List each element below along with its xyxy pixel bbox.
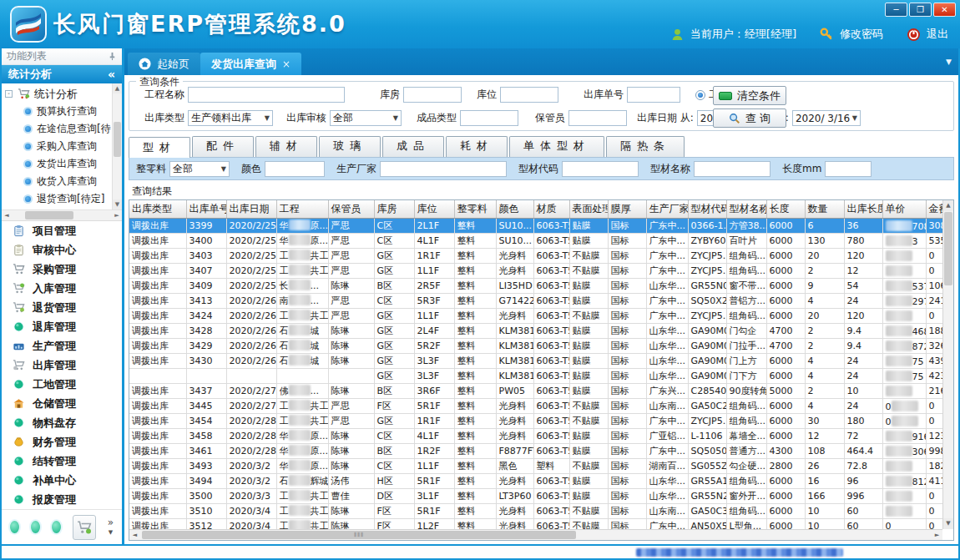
tree-horizontal-scrollbar[interactable]: ◄ ► — [2, 210, 122, 221]
sidebar-menu-item[interactable]: 退货管理 — [2, 298, 122, 317]
table-row[interactable]: 调拨出库34132020/2/26南...严思C区5R3F整料G71422606… — [129, 294, 942, 309]
column-header[interactable]: 表面处理 — [569, 200, 608, 219]
material-tab[interactable]: 单体型材 — [509, 136, 604, 157]
scroll-left-icon[interactable]: ◄ — [129, 530, 140, 540]
tab-list-caret-icon[interactable]: ▼ — [946, 58, 952, 66]
profile-code-input[interactable] — [562, 161, 639, 177]
manufacturer-input[interactable] — [380, 161, 507, 177]
clear-conditions-button[interactable]: 清空条件 — [713, 86, 786, 105]
minimize-button[interactable]: ─ — [885, 3, 907, 17]
logout-link[interactable]: 退出 — [927, 27, 948, 42]
table-row[interactable]: 调拨出库34292020/2/26石城陈琳G区5R2F整料KLM38176063… — [129, 339, 942, 354]
table-vscrollbar-thumb[interactable] — [944, 212, 952, 285]
column-header[interactable]: 颜色 — [496, 200, 533, 219]
table-row[interactable]: 调拨出库34582020/2/28华原...陈琳C区4L1F整料光身料6063-… — [129, 429, 942, 444]
tree-scrollbar-thumb[interactable] — [114, 122, 121, 157]
column-header[interactable]: 金额 — [926, 200, 942, 219]
module-dot-icon[interactable] — [10, 521, 19, 533]
column-header[interactable]: 数量 — [805, 200, 844, 219]
tree-item[interactable]: 发货出库查询 — [2, 155, 112, 173]
scroll-down-icon[interactable]: ▼ — [943, 518, 953, 529]
sidebar-menu-item[interactable]: 采购管理 — [2, 260, 122, 279]
scroll-right-icon[interactable]: ► — [932, 530, 942, 540]
column-header[interactable]: 生产厂家 — [646, 200, 688, 219]
table-row[interactable]: G区3L3F整料KLM38176063-T5贴膜国标山东华...GA90M09.… — [129, 369, 942, 384]
table-row[interactable]: 调拨出库35122020/3/4工共工程陈琳F区1L2F整料光身料6063-T5… — [129, 519, 942, 530]
sidebar-menu-item[interactable]: 补单中心 — [2, 471, 122, 490]
whole-part-dropdown[interactable]: 全部 ▼ — [169, 161, 230, 177]
search-button[interactable]: 查 询 — [713, 108, 786, 128]
table-hscrollbar-thumb[interactable]: ⦀⦀⦀ — [142, 531, 576, 539]
table-row[interactable]: 调拨出库34612020/2/28华原...陈琳B区1R2F整料F8877FT6… — [129, 444, 942, 459]
tree-vertical-scrollbar[interactable]: ▲ ▼ — [112, 83, 122, 209]
location-input[interactable] — [500, 87, 558, 103]
sidebar-menu-item[interactable]: 生产管理 — [2, 336, 122, 356]
material-tab[interactable]: 辅材 — [255, 136, 317, 157]
sidebar-menu-item[interactable]: 审核中心 — [2, 240, 122, 260]
tree-hscrollbar-thumb[interactable] — [25, 211, 73, 219]
column-header[interactable]: 出库长度 — [844, 200, 882, 219]
column-header[interactable]: 出库日期 — [226, 200, 276, 219]
warehouse-input[interactable] — [403, 87, 462, 103]
material-tab[interactable]: 型材 — [129, 137, 190, 158]
module-dot-icon[interactable] — [31, 521, 40, 533]
material-tab[interactable]: 玻璃 — [319, 136, 381, 157]
table-row[interactable]: 调拨出库34302020/2/26石城陈琳G区3L3F整料KLM38176063… — [129, 354, 942, 369]
tree-item[interactable]: 在途信息查询[待 — [2, 120, 112, 138]
sidebar-menu-item[interactable]: 退库管理 — [2, 317, 122, 336]
scroll-up-icon[interactable]: ▲ — [113, 83, 122, 93]
table-row[interactable]: 调拨出库34452020/2/27工共工程严思F区5R1F整料光身料6063-T… — [129, 399, 942, 414]
table-row[interactable]: 调拨出库34092020/2/25长...陈琳B区2R5F整料LI35HD606… — [129, 279, 942, 294]
sidebar-menu-item[interactable]: 项目管理 — [2, 221, 122, 240]
table-row[interactable]: 调拨出库34942020/3/2石辉城汤伟H区5R1F整料光身料6063-T5贴… — [129, 474, 942, 489]
collapse-icon[interactable]: « — [108, 68, 115, 81]
scroll-right-icon[interactable]: ► — [112, 210, 122, 221]
column-header[interactable]: 库房 — [374, 200, 414, 219]
sidebar-section-header[interactable]: 统计分析 « — [2, 65, 122, 83]
tree-root-item[interactable]: -统计分析 — [2, 85, 112, 103]
material-tab[interactable]: 耗材 — [446, 136, 508, 157]
sidebar-menu-item[interactable]: 报废管理 — [2, 490, 122, 509]
module-dot-icon[interactable] — [52, 521, 61, 533]
pin-icon[interactable] — [108, 52, 117, 61]
column-header[interactable]: 膜厚 — [608, 200, 646, 219]
tree-item[interactable]: 退货查询[待定] — [2, 190, 112, 208]
tree-expander-icon[interactable]: - — [5, 90, 13, 98]
profile-name-input[interactable] — [694, 161, 771, 177]
order-no-input[interactable] — [627, 87, 680, 103]
tree-item[interactable]: 预算执行查询 — [2, 103, 112, 120]
length-input[interactable] — [825, 161, 872, 177]
change-password-link[interactable]: 修改密码 — [840, 27, 883, 42]
material-tab[interactable]: 配件 — [192, 136, 254, 157]
column-header[interactable]: 单价 — [882, 200, 926, 219]
table-row[interactable]: 调拨出库34282020/2/26石城陈琳G区2L4F整料KLM38176063… — [129, 324, 942, 339]
scroll-up-icon[interactable]: ▲ — [943, 200, 953, 211]
toolbar-overflow-button[interactable]: » ▼ — [108, 518, 114, 537]
table-row[interactable]: 调拨出库34072020/2/25工共工程严思G区1L1F整料光身料6063-T… — [129, 264, 942, 279]
table-row[interactable]: 调拨出库33992020/2/25华原...严思C区2L1F整料SU10...6… — [129, 219, 942, 234]
date-to-dropdown[interactable]: 2020/ 3/16 ▼ — [792, 110, 861, 126]
column-header[interactable]: 出库单号 — [186, 200, 226, 219]
column-header[interactable]: 整零料 — [454, 200, 496, 219]
column-header[interactable]: 材质 — [533, 200, 569, 219]
column-header[interactable]: 工程 — [276, 200, 328, 219]
column-header[interactable]: 长度 — [766, 200, 805, 219]
keeper-input[interactable] — [568, 110, 627, 126]
tab-home[interactable]: 起始页 — [128, 53, 200, 75]
sidebar-menu-item[interactable]: 物料盘存 — [2, 413, 122, 432]
scroll-left-icon[interactable]: ◄ — [2, 210, 12, 221]
table-row[interactable]: 调拨出库35002020/3/3工共工程曹佳D区3L1F整料LT3P606063… — [129, 489, 942, 504]
column-header[interactable]: 型材代码 — [688, 200, 726, 219]
table-row[interactable]: 调拨出库34002020/2/25华原...严思C区4L1F整料SU10...6… — [129, 234, 942, 249]
table-row[interactable]: 调拨出库34242020/2/26工共工程严思G区1L1F整料光身料6063-T… — [129, 309, 942, 324]
column-header[interactable]: 出库类型 — [129, 200, 186, 219]
sidebar-menu-item[interactable]: 入库管理 — [2, 279, 122, 298]
project-name-input[interactable] — [188, 87, 345, 103]
tab-close-icon[interactable]: × — [282, 58, 291, 70]
maximize-button[interactable]: ❐ — [909, 3, 932, 17]
table-row[interactable]: 调拨出库35102020/3/4工共工程陈琳F区5R1F整料光身料6063-T5… — [129, 504, 942, 519]
close-button[interactable]: ✕ — [933, 3, 956, 17]
tree-item[interactable]: 采购入库查询 — [2, 138, 112, 155]
table-vertical-scrollbar[interactable]: ▲ ▼ — [942, 200, 953, 529]
column-header[interactable]: 保管员 — [328, 200, 374, 219]
